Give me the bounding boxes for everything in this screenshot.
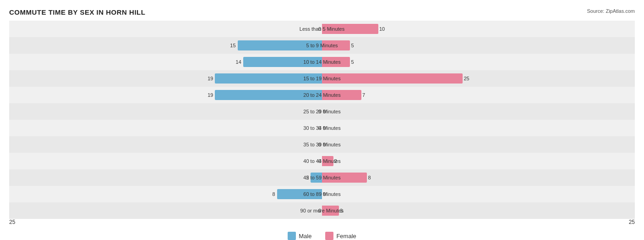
male-bar (311, 173, 322, 183)
axis-left: 25 (9, 219, 15, 225)
left-section: 0 (9, 136, 322, 153)
female-bar (322, 173, 367, 183)
row-inner: 02 (9, 153, 635, 169)
male-bar (277, 189, 322, 199)
left-section: 19 (9, 87, 322, 103)
male-bar (238, 40, 322, 50)
female-value-label: 7 (362, 92, 365, 98)
bars-area: 010Less than 5 Minutes1555 to 9 Minutes1… (9, 21, 635, 219)
left-section: 14 (9, 54, 322, 70)
female-bar (322, 156, 333, 166)
chart-row: 1555 to 9 Minutes (9, 37, 635, 54)
row-inner: 00 (9, 103, 635, 120)
male-value-label: 0 (318, 125, 322, 131)
chart-row: 010Less than 5 Minutes (9, 21, 635, 37)
male-value-label: 0 (318, 26, 322, 32)
male-bar (243, 57, 322, 67)
male-value-label: 14 (236, 59, 241, 65)
female-bar (322, 206, 339, 216)
female-value-label: 0 (322, 142, 326, 147)
legend-female-box (325, 232, 333, 240)
chart-row: 8060 to 89 Minutes (9, 186, 635, 202)
row-inner: 1925 (9, 70, 635, 87)
chart-row: 2845 to 59 Minutes (9, 169, 635, 186)
male-value-label: 0 (318, 142, 322, 147)
right-section: 8 (322, 169, 635, 186)
left-section: 0 (9, 120, 322, 136)
axis-right: 25 (629, 219, 635, 225)
row-inner: 197 (9, 87, 635, 103)
axis-labels: 25 25 (9, 219, 635, 227)
row-inner: 28 (9, 169, 635, 186)
chart-row: 0030 to 34 Minutes (9, 120, 635, 136)
male-bar (215, 73, 322, 84)
right-section: 0 (322, 120, 635, 136)
row-inner: 00 (9, 136, 635, 153)
female-value-label: 10 (379, 26, 385, 32)
right-section: 2 (322, 153, 635, 169)
left-section: 19 (9, 70, 322, 87)
left-section: 8 (9, 186, 322, 202)
right-section: 10 (322, 21, 635, 37)
female-value-label: 5 (351, 59, 354, 65)
male-value-label: 19 (207, 92, 213, 98)
right-section: 3 (322, 202, 635, 219)
chart-row: 19720 to 24 Minutes (9, 87, 635, 103)
chart-container: COMMUTE TIME BY SEX IN HORN HILL Source:… (0, 0, 644, 240)
chart-row: 0035 to 39 Minutes (9, 136, 635, 153)
left-section: 0 (9, 153, 322, 169)
female-bar (322, 40, 350, 50)
male-value-label: 15 (230, 43, 235, 48)
right-section: 0 (322, 103, 635, 120)
legend-male: Male (288, 232, 311, 240)
legend-male-box (288, 232, 296, 240)
chart-row: 0240 to 44 Minutes (9, 153, 635, 169)
female-value-label: 0 (322, 125, 326, 131)
female-value-label: 3 (340, 208, 343, 213)
right-section: 5 (322, 37, 635, 54)
source-text: Source: ZipAtlas.com (587, 8, 635, 14)
female-value-label: 2 (334, 158, 337, 164)
male-value-label: 0 (318, 109, 322, 114)
male-value-label: 0 (318, 208, 322, 213)
chart-row: 14510 to 14 Minutes (9, 54, 635, 70)
left-section: 0 (9, 21, 322, 37)
female-value-label: 8 (368, 175, 371, 180)
female-value-label: 25 (464, 76, 469, 81)
male-value-label: 8 (272, 191, 275, 197)
left-section: 0 (9, 202, 322, 219)
legend-male-label: Male (299, 233, 311, 240)
female-bar (322, 73, 463, 84)
row-inner: 00 (9, 120, 635, 136)
legend: Male Female (9, 232, 635, 240)
female-bar (322, 24, 378, 34)
left-section: 2 (9, 169, 322, 186)
chart-title: COMMUTE TIME BY SEX IN HORN HILL (9, 8, 635, 16)
male-value-label: 0 (318, 158, 322, 164)
right-section: 0 (322, 136, 635, 153)
male-value-label: 2 (306, 175, 309, 180)
row-inner: 03 (9, 202, 635, 219)
left-section: 0 (9, 103, 322, 120)
right-section: 5 (322, 54, 635, 70)
row-inner: 80 (9, 186, 635, 202)
female-bar (322, 57, 350, 67)
row-inner: 145 (9, 54, 635, 70)
male-bar (215, 90, 322, 100)
chart-row: 192515 to 19 Minutes (9, 70, 635, 87)
female-value-label: 0 (322, 191, 326, 197)
right-section: 0 (322, 186, 635, 202)
left-section: 15 (9, 37, 322, 54)
row-inner: 155 (9, 37, 635, 54)
female-bar (322, 90, 361, 100)
chart-row: 0390 or more Minutes (9, 202, 635, 219)
right-section: 25 (322, 70, 635, 87)
right-section: 7 (322, 87, 635, 103)
row-inner: 010 (9, 21, 635, 37)
female-value-label: 5 (351, 43, 354, 48)
legend-female-label: Female (336, 233, 356, 240)
male-value-label: 19 (207, 76, 213, 81)
legend-female: Female (325, 232, 356, 240)
female-value-label: 0 (322, 109, 326, 114)
chart-row: 0025 to 29 Minutes (9, 103, 635, 120)
